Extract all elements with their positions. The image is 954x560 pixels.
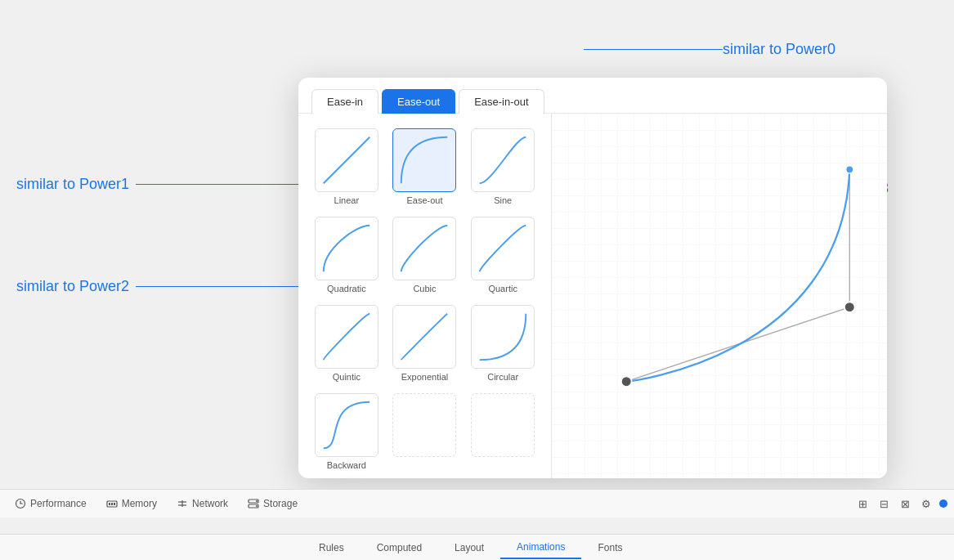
annotation-power1-text: similar to Power1	[16, 176, 129, 193]
easing-popup: Ease-in Ease-out Ease-in-out Linear	[298, 78, 887, 478]
easing-item-backward[interactable]: Backward	[310, 390, 383, 473]
easing-grid: Linear Ease-out	[310, 125, 540, 473]
btab-fonts[interactable]: Fonts	[581, 537, 638, 558]
right-panel	[552, 114, 887, 478]
tab-ease-in-out[interactable]: Ease-in-out	[459, 89, 544, 114]
tabs-row: Ease-in Ease-out Ease-in-out	[298, 78, 887, 114]
curve-box-quintic	[315, 305, 378, 369]
perf-tab-label: Performance	[30, 498, 87, 509]
easing-item-quartic[interactable]: Quartic	[466, 213, 540, 297]
network-icon	[177, 498, 188, 509]
easing-label-quintic: Quintic	[333, 372, 361, 382]
popup-content: Linear Ease-out	[298, 114, 887, 478]
storage-tab-label: Storage	[263, 498, 298, 509]
tab-ease-in[interactable]: Ease-in	[311, 89, 378, 114]
memory-icon	[106, 498, 118, 509]
svg-rect-8	[109, 503, 110, 505]
curve-box-quadratic	[315, 217, 378, 280]
svg-point-3	[844, 302, 855, 312]
svg-point-4	[621, 376, 632, 387]
curve-box-quartic	[471, 217, 535, 280]
easing-label-backward: Backward	[327, 460, 366, 470]
bottom-tabs-row: Rules Computed Layout Animations Fonts	[0, 534, 954, 560]
btab-rules[interactable]: Rules	[302, 537, 361, 558]
curve-box-circular	[471, 305, 535, 369]
curve-box-cubic	[392, 217, 456, 280]
easing-label-linear: Linear	[334, 195, 360, 205]
blue-dot	[939, 500, 947, 508]
easing-item-exponential[interactable]: Exponential	[388, 302, 462, 385]
perf-tab-network[interactable]: Network	[168, 494, 236, 513]
svg-point-17	[256, 505, 258, 507]
annotation-power0-text: similar to Power0	[723, 41, 835, 58]
easing-item-empty1	[388, 390, 462, 473]
easing-item-circular[interactable]: Circular	[466, 302, 540, 385]
easing-item-linear[interactable]: Linear	[310, 125, 383, 208]
perf-btn-2[interactable]: ⊟	[876, 495, 892, 512]
svg-point-5	[846, 166, 853, 173]
curve-box-empty1	[392, 393, 456, 457]
svg-point-16	[256, 500, 258, 502]
svg-rect-10	[114, 503, 115, 505]
annotation-power0: similar to Power0	[577, 41, 835, 58]
annotation-power2: similar to Power2	[16, 278, 332, 295]
easing-label-quadratic: Quadratic	[327, 284, 366, 293]
perf-btn-1[interactable]: ⊞	[854, 495, 871, 512]
easing-label-exponential: Exponential	[401, 372, 449, 382]
easing-item-ease-out[interactable]: Ease-out	[388, 125, 462, 208]
easing-item-sine[interactable]: Sine	[466, 125, 540, 208]
btab-layout[interactable]: Layout	[438, 537, 500, 558]
curve-box-ease-out	[392, 128, 456, 192]
tab-ease-out[interactable]: Ease-out	[382, 89, 455, 114]
easing-label-quartic: Quartic	[488, 284, 517, 293]
storage-icon	[248, 498, 259, 509]
annotation-power0-line	[584, 49, 723, 51]
easing-item-quadratic[interactable]: Quadratic	[310, 213, 383, 297]
perf-tab-performance[interactable]: Performance	[7, 494, 95, 513]
perf-tab-memory[interactable]: Memory	[98, 494, 165, 513]
annotation-power1: similar to Power1	[16, 176, 332, 193]
performance-icon	[15, 498, 26, 509]
easing-item-cubic[interactable]: Cubic	[388, 213, 462, 297]
curve-box-backward	[315, 393, 378, 457]
perf-icons-right: ⊞ ⊟ ⊠ ⚙	[854, 495, 947, 512]
easing-label-ease-out: Ease-out	[406, 195, 442, 205]
btab-animations[interactable]: Animations	[500, 536, 581, 559]
curve-box-linear	[315, 128, 378, 192]
network-tab-label: Network	[192, 498, 228, 509]
curve-box-exponential	[392, 305, 456, 369]
easing-label-circular: Circular	[487, 372, 518, 382]
perf-btn-3[interactable]: ⊠	[897, 495, 913, 512]
left-panel: Linear Ease-out	[298, 114, 552, 478]
perf-btn-4[interactable]: ⚙	[918, 495, 934, 512]
easing-item-quintic[interactable]: Quintic	[310, 302, 383, 385]
perf-tab-storage[interactable]: Storage	[240, 494, 306, 513]
curve-editor-svg	[552, 114, 887, 478]
annotation-power2-text: similar to Power2	[16, 278, 129, 295]
easing-item-empty2	[466, 390, 540, 473]
perf-bar: Performance Memory Network Storage ⊞ ⊟	[0, 489, 954, 517]
curve-box-empty2	[471, 393, 535, 457]
curve-box-sine	[471, 128, 535, 192]
btab-computed[interactable]: Computed	[361, 537, 438, 558]
memory-tab-label: Memory	[122, 498, 157, 509]
easing-label-cubic: Cubic	[413, 284, 436, 293]
svg-rect-9	[111, 503, 113, 505]
easing-label-sine: Sine	[494, 195, 512, 205]
